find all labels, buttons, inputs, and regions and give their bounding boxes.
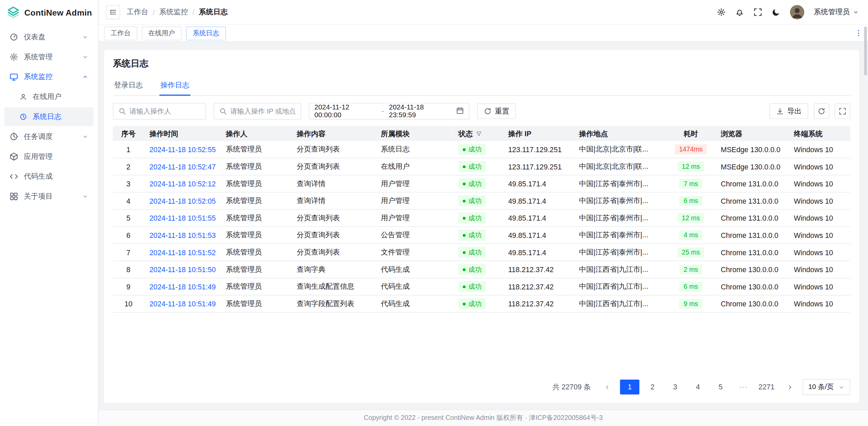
bell-icon: [735, 8, 744, 17]
table-fullscreen-button[interactable]: [835, 103, 850, 119]
ip-search-input[interactable]: [230, 107, 296, 115]
export-button[interactable]: 导出: [769, 103, 808, 119]
tab-more-button[interactable]: [855, 29, 863, 37]
time-link[interactable]: 2024-11-18 10:51:55: [150, 214, 216, 222]
sidebar-item-system-management[interactable]: 系统管理: [4, 47, 94, 66]
page-button-1[interactable]: 1: [620, 380, 639, 394]
time-link[interactable]: 2024-11-18 10:52:12: [150, 180, 216, 188]
page-ellipsis[interactable]: ···: [734, 380, 753, 394]
col-cost: 耗时: [667, 126, 715, 141]
page-button-4[interactable]: 4: [688, 380, 708, 394]
cell-module: 代码生成: [375, 295, 453, 312]
avatar[interactable]: [790, 5, 804, 19]
dark-mode-button[interactable]: [772, 8, 781, 17]
scrollbar-thumb[interactable]: [864, 26, 867, 75]
ip-search-field[interactable]: [214, 103, 301, 120]
next-page-button[interactable]: [780, 380, 800, 394]
status-dot: [463, 251, 466, 253]
user-menu[interactable]: 系统管理员: [814, 7, 859, 17]
sidebar-item-system-monitor[interactable]: 系统监控: [4, 67, 94, 86]
reset-button[interactable]: 重置: [477, 103, 516, 119]
status-dot: [463, 200, 466, 202]
sidebar-item-label: 系统监控: [24, 72, 76, 82]
page-button-3[interactable]: 3: [666, 380, 685, 394]
sidebar-item-online-users[interactable]: 在线用户: [4, 87, 94, 106]
time-link[interactable]: 2024-11-18 10:52:05: [150, 197, 216, 205]
cell-ip: 123.117.129.251: [502, 141, 573, 158]
dashboard-icon: [9, 33, 18, 41]
time-link[interactable]: 2024-11-18 10:52:55: [150, 145, 216, 154]
fullscreen-button[interactable]: [753, 8, 762, 17]
time-link[interactable]: 2024-11-18 10:51:53: [150, 231, 216, 239]
cell-module: 文件管理: [375, 244, 453, 261]
settings-button[interactable]: [717, 8, 726, 17]
cell-ip: 49.85.171.4: [502, 244, 573, 261]
cost-badge: 12 ms: [677, 213, 704, 223]
cost-badge: 25 ms: [677, 247, 704, 257]
cell-operator: 系统管理员: [220, 227, 291, 244]
status-dot: [463, 182, 466, 185]
avatar-image: [790, 5, 804, 19]
sidebar-item-app-management[interactable]: 应用管理: [4, 147, 94, 166]
page-button-5[interactable]: 5: [711, 380, 730, 394]
operator-search-field[interactable]: [113, 103, 206, 120]
refresh-table-button[interactable]: [814, 103, 829, 119]
page-button-last[interactable]: 2271: [756, 380, 777, 394]
tab-workbench[interactable]: 工作台: [104, 26, 137, 40]
tab-online-users[interactable]: 在线用户: [142, 26, 182, 40]
breadcrumb-system-monitor[interactable]: 系统监控: [159, 7, 188, 17]
tab-login-log[interactable]: 登录日志: [113, 76, 144, 95]
cell-module: 用户管理: [375, 175, 453, 192]
menu-collapse-button[interactable]: [106, 5, 120, 19]
cell-operator: 系统管理员: [220, 141, 291, 158]
sidebar-item-dashboard[interactable]: 仪表盘: [4, 28, 94, 47]
app-root: ContiNew Admin 仪表盘 系统管理 系统监控 在线用户: [0, 0, 868, 426]
sidebar-item-about[interactable]: 关于项目: [4, 187, 94, 206]
date-start: 2024-11-12 00:00:00: [314, 103, 377, 119]
cell-operator: 系统管理员: [220, 175, 291, 192]
sidebar-item-label: 代码生成: [24, 171, 88, 181]
tab-operation-log[interactable]: 操作日志: [159, 76, 190, 95]
operator-search-input[interactable]: [130, 107, 200, 115]
pagination: 共 22709 条 1 2 3 4 5 ··· 2271 10 条/页: [113, 372, 850, 395]
cell-module: 代码生成: [375, 261, 453, 278]
cell-module: 在线用户: [375, 158, 453, 175]
sidebar-item-task-schedule[interactable]: 任务调度: [4, 127, 94, 146]
app-title: ContiNew Admin: [24, 7, 92, 17]
time-link[interactable]: 2024-11-18 10:51:49: [150, 300, 216, 308]
cell-content: 查询详情: [291, 175, 375, 192]
col-index: 序号: [113, 126, 144, 141]
time-link[interactable]: 2024-11-18 10:51:52: [150, 248, 216, 256]
prev-page-button[interactable]: [597, 380, 617, 394]
cost-badge: 7 ms: [679, 179, 703, 188]
gear-icon: [9, 53, 18, 61]
expand-icon: [753, 8, 762, 17]
time-link[interactable]: 2024-11-18 10:52:47: [150, 162, 216, 170]
status-label: 成功: [468, 230, 481, 240]
sidebar-item-code-generation[interactable]: 代码生成: [4, 167, 94, 186]
tab-label: 操作日志: [160, 81, 189, 89]
app-logo[interactable]: ContiNew Admin: [0, 0, 98, 24]
expand-icon: [839, 107, 846, 115]
breadcrumb-workbench[interactable]: 工作台: [127, 7, 149, 17]
chevron-left-icon: [604, 384, 611, 390]
cell-location: 中国|江苏省|泰州市|...: [573, 227, 666, 244]
cell-module: 代码生成: [375, 278, 453, 295]
page-size-select[interactable]: 10 条/页: [803, 379, 850, 395]
cost-badge: 9 ms: [679, 299, 703, 309]
page-button-2[interactable]: 2: [643, 380, 662, 394]
status-label: 成功: [468, 145, 481, 154]
tab-system-log[interactable]: 系统日志: [186, 26, 226, 40]
cell-content: 查询字典: [291, 261, 375, 278]
cell-location: 中国|江苏省|泰州市|...: [573, 175, 666, 192]
filter-icon[interactable]: [475, 130, 482, 137]
cell-index: 4: [113, 192, 144, 209]
cell-browser: Chrome 130.0.0.0: [715, 278, 788, 295]
notifications-button[interactable]: [735, 8, 744, 17]
time-link[interactable]: 2024-11-18 10:51:49: [150, 282, 216, 290]
date-range-picker[interactable]: 2024-11-12 00:00:00 - 2024-11-18 23:59:5…: [309, 103, 469, 120]
sidebar-item-system-log[interactable]: 系统日志: [4, 107, 94, 126]
cell-browser: MSEdge 130.0.0.0: [715, 158, 788, 175]
time-link[interactable]: 2024-11-18 10:51:50: [150, 265, 216, 273]
cell-location: 中国|江西省|九江市|...: [573, 295, 666, 312]
